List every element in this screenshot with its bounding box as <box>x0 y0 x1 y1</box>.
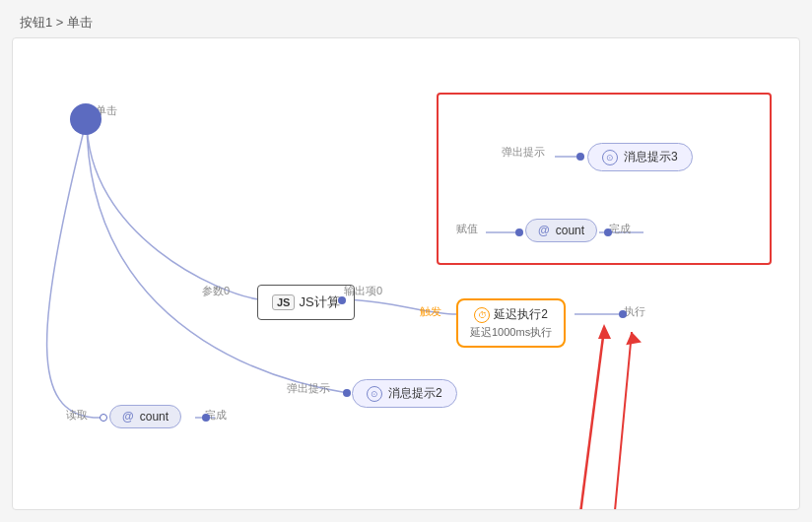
delay-title: ⏱ 延迟执行2 <box>474 306 548 323</box>
js-badge: JS <box>272 294 295 310</box>
js-node-label: JS计算 <box>299 294 339 311</box>
svg-line-2 <box>579 329 604 509</box>
label-popup1: 弹出提示 <box>502 145 545 160</box>
read-dot <box>100 414 107 422</box>
param0-text: 参数0 <box>202 285 230 296</box>
popup1-text: 弹出提示 <box>502 146 545 158</box>
msg3-label: 消息提示3 <box>624 149 678 165</box>
msg2-node[interactable]: ⊙ 消息提示2 <box>352 379 457 408</box>
delay-subtitle: 延迟1000ms执行 <box>470 325 552 340</box>
at-badge-bottom: @ <box>122 410 134 424</box>
label-popup2: 弹出提示 <box>287 381 330 396</box>
output0-text: 输出项0 <box>344 285 382 296</box>
label-complete-top: 完成 <box>609 222 631 236</box>
output-dot <box>338 296 346 304</box>
selection-box <box>437 93 772 265</box>
delay-node[interactable]: ⏱ 延迟执行2 延迟1000ms执行 <box>456 298 566 348</box>
msg3-icon: ⊙ <box>602 150 618 165</box>
start-node[interactable] <box>70 103 102 135</box>
delay-icon: ⏱ <box>474 307 490 323</box>
label-execute: 执行 <box>624 304 645 319</box>
svg-line-0 <box>614 332 632 509</box>
canvas-area[interactable]: 单击 参数0 JS JS计算 输出项0 触发 ⏱ 延迟执行2 <box>12 37 800 510</box>
msg3-node[interactable]: ⊙ 消息提示3 <box>587 143 693 171</box>
complete-bottom-dot <box>202 414 210 422</box>
label-trigger: 触发 <box>420 304 441 319</box>
complete-top-text: 完成 <box>609 223 631 234</box>
read-text: 读取 <box>66 409 88 421</box>
msg2-label: 消息提示2 <box>388 385 442 402</box>
assign-dot <box>515 228 523 236</box>
svg-marker-3 <box>598 324 611 339</box>
main-container: 按钮1 > 单击 <box>0 0 812 522</box>
assign-text: 赋值 <box>456 223 478 234</box>
msg2-icon: ⊙ <box>367 386 382 402</box>
complete-top-dot <box>604 228 612 236</box>
label-param0: 参数0 <box>202 284 230 298</box>
popup1-dot <box>576 153 584 161</box>
execute-dot <box>619 310 627 318</box>
red-arrow-svg <box>13 38 799 509</box>
popup2-dot <box>343 389 351 397</box>
breadcrumb-text: 按钮1 > 单击 <box>20 15 93 30</box>
count-bottom-node[interactable]: @ count <box>109 405 181 428</box>
count-top-label: count <box>556 224 584 237</box>
connection-lines <box>13 38 799 509</box>
count-bottom-label: count <box>140 410 169 424</box>
label-read: 读取 <box>66 408 88 423</box>
breadcrumb: 按钮1 > 单击 <box>20 14 93 32</box>
at-badge-top: @ <box>538 224 550 237</box>
trigger-text: 触发 <box>420 305 441 317</box>
count-top-node[interactable]: @ count <box>525 219 597 242</box>
execute-text: 执行 <box>624 305 645 317</box>
svg-marker-1 <box>624 331 642 346</box>
label-output0: 输出项0 <box>344 284 382 298</box>
delay-title-text: 延迟执行2 <box>494 306 548 323</box>
popup2-text: 弹出提示 <box>287 382 330 394</box>
label-assign: 赋值 <box>456 222 478 236</box>
delay-subtitle-text: 延迟1000ms执行 <box>470 326 552 338</box>
